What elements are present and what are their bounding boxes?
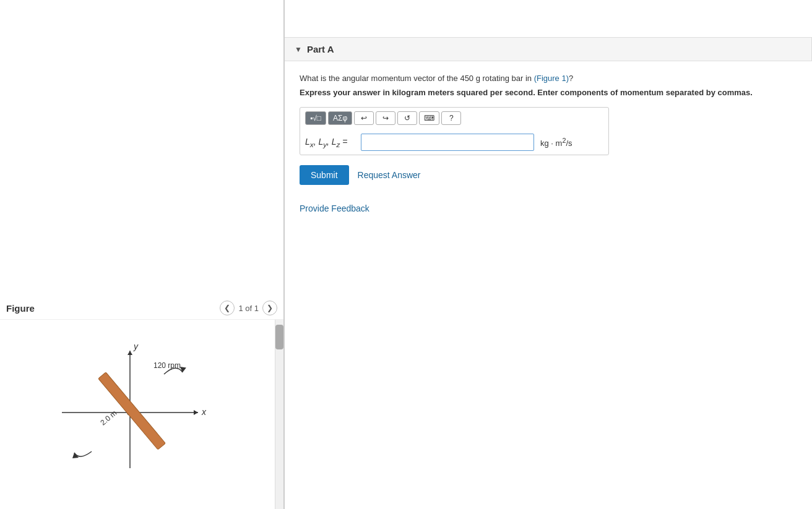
answer-input[interactable] bbox=[361, 134, 534, 151]
figure-navigation: ❮ 1 of 1 ❯ bbox=[220, 301, 277, 315]
submit-button[interactable]: Submit bbox=[300, 165, 349, 185]
question-instruction: Express your answer in kilogram meters s… bbox=[300, 88, 797, 97]
length-label: 2.0 m bbox=[98, 409, 118, 427]
answer-row: Lx, Ly, Lz = kg · m2/s bbox=[305, 134, 603, 151]
keyboard-button[interactable]: ⌨ bbox=[419, 111, 439, 125]
figure-scroll-area: x y 120 rpm 2.0 m bbox=[0, 320, 283, 509]
question-body: What is the angular momentum vector of t… bbox=[285, 61, 812, 226]
next-figure-button[interactable]: ❯ bbox=[262, 301, 277, 315]
question-text: What is the angular momentum vector of t… bbox=[300, 74, 797, 83]
math-input-container: ▪√□ ΑΣφ ↩ ↪ ↺ ⌨ ? Lx, Ly, Lz = kg · m2/s bbox=[300, 107, 609, 155]
x-axis-label: x bbox=[201, 407, 207, 417]
help-button[interactable]: ? bbox=[441, 111, 461, 125]
undo-button[interactable]: ↩ bbox=[354, 111, 374, 125]
figure-svg: x y 120 rpm 2.0 m bbox=[0, 320, 260, 493]
figure-count: 1 of 1 bbox=[238, 304, 259, 313]
formula-button[interactable]: ▪√□ bbox=[305, 111, 326, 125]
part-title: Part A bbox=[307, 44, 334, 54]
figure-drawing: x y 120 rpm 2.0 m bbox=[0, 320, 275, 509]
prev-figure-button[interactable]: ❮ bbox=[220, 301, 235, 315]
figure-scrollbar[interactable] bbox=[275, 320, 283, 509]
left-panel: Figure ❮ 1 of 1 ❯ bbox=[0, 0, 285, 509]
figure-title: Figure bbox=[6, 303, 35, 314]
collapse-icon[interactable]: ▼ bbox=[295, 45, 302, 54]
provide-feedback-link[interactable]: Provide Feedback bbox=[300, 203, 797, 213]
svg-marker-3 bbox=[127, 351, 132, 355]
rpm-label: 120 rpm bbox=[153, 361, 181, 370]
svg-marker-2 bbox=[194, 410, 198, 415]
scrollbar-thumb bbox=[275, 325, 283, 349]
request-answer-link[interactable]: Request Answer bbox=[358, 170, 421, 180]
answer-label: Lx, Ly, Lz = bbox=[305, 137, 355, 148]
reset-button[interactable]: ↺ bbox=[397, 111, 417, 125]
y-axis-label: y bbox=[133, 341, 139, 351]
math-toolbar: ▪√□ ΑΣφ ↩ ↪ ↺ ⌨ ? bbox=[305, 111, 603, 129]
symbols-button[interactable]: ΑΣφ bbox=[328, 111, 352, 125]
rotating-bar bbox=[98, 372, 166, 450]
actions-row: Submit Request Answer bbox=[300, 165, 797, 185]
figure-link[interactable]: (Figure 1) bbox=[534, 74, 569, 83]
figure-header: Figure ❮ 1 of 1 ❯ bbox=[0, 297, 283, 320]
part-header: ▼ Part A bbox=[285, 37, 812, 61]
redo-button[interactable]: ↪ bbox=[376, 111, 395, 125]
right-panel: ▼ Part A What is the angular momentum ve… bbox=[285, 0, 812, 509]
answer-unit: kg · m2/s bbox=[540, 137, 572, 148]
